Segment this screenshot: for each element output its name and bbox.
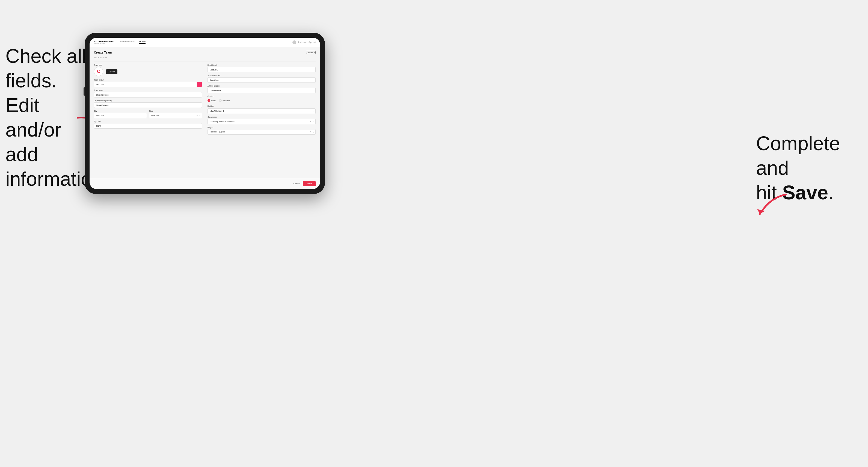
gender-mens-radio[interactable] [208,99,210,102]
navbar: SCOREBOARD Powered by clippd TOURNAMENTS… [90,38,320,47]
city-state-row: City State New York ✕ ⌄ [94,110,202,118]
logo-circle: C [94,67,103,76]
color-swatch[interactable] [196,82,202,87]
city-input[interactable] [94,113,147,118]
save-button[interactable]: Save [303,181,316,186]
zip-label: Zip code [94,120,202,122]
head-coach-label: Head Coach [208,64,316,66]
athletic-director-label: Athletic Director [208,85,316,87]
region-arrow-icon: ⌄ [313,131,314,133]
head-coach-group: Head Coach [208,64,316,72]
team-logo-group: Team logo C Upload [94,64,202,77]
nav-teams[interactable]: TEAMS [139,41,146,44]
gender-womens-option[interactable]: Womens [219,99,230,102]
form-left-section: Team logo C Upload Team colour [94,64,202,135]
region-label: Region [208,126,316,128]
brand-subtitle: Powered by clippd [94,43,115,44]
team-colour-group: Team colour [94,79,202,87]
region-clear-icon[interactable]: ✕ [310,131,312,133]
tablet-side-button [84,87,85,96]
instruction-right-line1: Complete and [756,132,840,179]
instruction-line1: Check all fields. [5,45,86,92]
athletic-director-input[interactable] [208,88,316,93]
gender-womens-label: Womens [222,100,230,102]
section-label: TEAM DETAILS [94,57,316,58]
state-select[interactable]: New York ✕ ⌄ [149,113,202,118]
form-footer: Cancel Save [90,178,320,189]
region-value: Region II - (M) DIII [210,131,225,133]
user-avatar [292,40,296,44]
instruction-right-period: . [828,182,834,204]
conference-label: Conference [208,116,316,118]
display-name-label: Display name (unique) [94,100,202,102]
gender-group: Gender Mens Womens [208,95,316,103]
form-right-section: Head Coach Assistant Coach Athletic Dire… [208,64,316,135]
gender-label: Gender [208,95,316,97]
logo-letter: C [97,69,100,74]
nav-user-area: Test User | Sign out [292,40,316,44]
region-group: Region Region II - (M) DIII ✕ ⌄ [208,126,316,135]
conference-value: University Athletic Association [210,120,235,122]
division-label: Division [208,105,316,107]
tablet-frame: SCOREBOARD Powered by clippd TOURNAMENTS… [85,33,325,194]
zip-group: Zip code [94,120,202,129]
gender-radio-group: Mens Womens [208,98,316,103]
gender-womens-radio[interactable] [219,99,222,102]
state-controls: ✕ ⌄ [196,115,201,117]
team-colour-label: Team colour [94,79,202,81]
state-value: New York [151,115,159,117]
arrow-right-icon [748,191,792,224]
division-group: Division NCAA Division III ⌄ [208,105,316,114]
display-name-input[interactable] [94,102,202,108]
zip-input[interactable] [94,123,202,129]
conference-select[interactable]: University Athletic Association ✕ ⌄ [208,119,316,124]
division-select[interactable]: NCAA Division III [208,108,316,114]
conference-controls: ✕ ⌄ [310,120,314,123]
brand-logo: SCOREBOARD Powered by clippd [94,40,115,44]
user-label: Test User | [298,41,307,43]
team-name-group: Team name [94,89,202,97]
cancel-button[interactable]: Cancel [293,182,300,185]
state-group: State New York ✕ ⌄ [149,110,202,118]
form-grid: Team logo C Upload Team colour [94,64,316,135]
nav-tournaments[interactable]: TOURNAMENTS [120,41,134,44]
page-content: Create Team Cancel ✕ TEAM DETAILS Team l… [90,47,320,178]
region-select[interactable]: Region II - (M) DIII ✕ ⌄ [208,129,316,135]
state-arrow-icon: ⌄ [199,115,201,117]
tablet-screen: SCOREBOARD Powered by clippd TOURNAMENTS… [90,38,320,189]
upload-button[interactable]: Upload [106,69,117,74]
cancel-top-button[interactable]: Cancel ✕ [306,51,316,54]
conference-group: Conference University Athletic Associati… [208,116,316,124]
team-logo-label: Team logo [94,64,202,66]
athletic-director-group: Athletic Director [208,85,316,93]
region-controls: ✕ ⌄ [310,131,314,133]
gender-mens-option[interactable]: Mens [208,99,216,102]
conference-arrow-icon: ⌄ [313,120,314,123]
team-colour-input[interactable] [94,82,196,87]
color-row [94,82,202,87]
gender-mens-label: Mens [211,100,216,102]
page-header: Create Team Cancel ✕ [94,51,316,54]
city-label: City [94,110,147,112]
instruction-line2: Edit and/or add [5,94,61,165]
page-title: Create Team [94,51,112,54]
display-name-group: Display name (unique) [94,100,202,108]
team-name-label: Team name [94,89,202,91]
state-clear-icon[interactable]: ✕ [196,115,198,117]
nav-links: TOURNAMENTS TEAMS [120,41,292,44]
city-group: City [94,110,147,118]
assistant-coach-group: Assistant Coach [208,74,316,83]
assistant-coach-input[interactable] [208,77,316,83]
logo-area: C Upload [94,67,202,76]
team-name-input[interactable] [94,92,202,97]
division-select-wrapper: NCAA Division III ⌄ [208,108,316,114]
head-coach-input[interactable] [208,67,316,72]
state-label: State [149,110,202,112]
sign-out-link[interactable]: Sign out [309,41,316,43]
assistant-coach-label: Assistant Coach [208,74,316,76]
conference-clear-icon[interactable]: ✕ [310,120,312,123]
